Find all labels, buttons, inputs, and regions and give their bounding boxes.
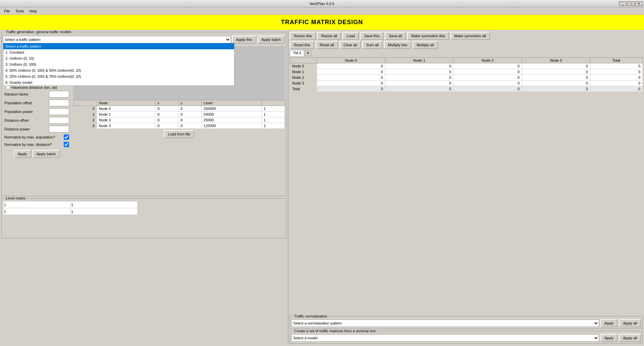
dropdown-open-list: Select a traffic pattern 1. Constant 2. … xyxy=(3,43,234,86)
tm-row-label-total: Total xyxy=(290,86,317,92)
apply-batch-top-button[interactable]: Apply batch xyxy=(258,36,285,44)
tm-matrix-area: Node 0 Node 1 Node 2 Node 3 Total Node 0… xyxy=(290,57,643,315)
row-name-1: Node 1 xyxy=(97,112,155,117)
seminal-apply-button[interactable]: Apply xyxy=(600,334,618,342)
dropdown-item-4[interactable]: 4. 50% Uniform (0, 100) & 50% Uniform(0,… xyxy=(3,67,234,73)
population-power-input[interactable]: 1 xyxy=(49,108,69,115)
app-banner: TRAFFIC MATRIX DESIGN xyxy=(0,15,644,31)
tm-cell-2-1[interactable]: 0 xyxy=(385,75,453,80)
tm-cell-3-3[interactable]: 0 xyxy=(522,80,590,86)
seminal-model-dropdown[interactable]: Select a model xyxy=(291,334,599,342)
reset-all-button[interactable]: Reset all xyxy=(316,41,338,49)
tm-cell-2-2[interactable]: 0 xyxy=(453,75,522,80)
population-offset-input[interactable]: 0 xyxy=(49,100,69,106)
distance-offset-input[interactable]: 0 xyxy=(49,117,69,124)
reset-this-button[interactable]: Reset this xyxy=(290,41,314,49)
tm-row-node3: Node 3 0 0 0 0 0 xyxy=(290,80,643,86)
tm-cell-2-3[interactable]: 0 xyxy=(522,75,590,80)
table-row: 0 Node 0 0 0 250000 1 xyxy=(74,106,285,112)
save-all-button[interactable]: Save all xyxy=(385,32,406,40)
random-factor-input[interactable]: 0 xyxy=(49,91,69,98)
normalization-apply-all-button[interactable]: Apply all xyxy=(619,319,641,327)
level-matrix-section: Level matrix 1 1 1 1 xyxy=(1,198,286,238)
load-from-file-button[interactable]: Load from file xyxy=(164,130,195,138)
table-row: 2 Node 2 0 0 25000 1 xyxy=(74,117,285,123)
row-idx-3: 3 xyxy=(74,123,97,129)
tm-col-empty xyxy=(290,58,317,63)
tm-tab-0[interactable]: TM 0 xyxy=(290,50,304,56)
load-button[interactable]: Load xyxy=(342,32,359,40)
tm-cell-0-0[interactable]: 0 xyxy=(317,63,385,69)
tm-cell-1-0[interactable]: 0 xyxy=(317,69,385,75)
dropdown-item-0[interactable]: Select a traffic pattern xyxy=(3,43,234,49)
level-cell-0-1[interactable]: 1 xyxy=(70,201,138,208)
toolbar-row-1: Resize this Resize all Load Save this Sa… xyxy=(290,32,643,40)
normalize-distance-checkbox[interactable] xyxy=(64,142,69,147)
save-this-button[interactable]: Save this xyxy=(360,32,383,40)
tm-col-node0: Node 0 xyxy=(317,58,385,63)
apply-button[interactable]: Apply xyxy=(14,150,31,158)
tm-cell-2-0[interactable]: 0 xyxy=(317,75,385,80)
traffic-pattern-dropdown[interactable]: Select a traffic pattern 1. Constant 2. … xyxy=(3,36,231,43)
tm-cell-1-3[interactable]: 0 xyxy=(522,69,590,75)
dropdown-item-5[interactable]: 5. 25% Uniform (0, 100) & 75% Uniform(0,… xyxy=(3,73,234,79)
random-factor-row: Random factor 0 xyxy=(4,91,69,98)
node-data-table: Node x y Level 0 Node 0 0 xyxy=(73,100,285,129)
tm-cell-0-2[interactable]: 0 xyxy=(453,63,522,69)
apply-batch-button[interactable]: Apply batch xyxy=(33,150,60,158)
sum-all-button[interactable]: Sum all xyxy=(362,41,383,49)
resize-all-button[interactable]: Resize all xyxy=(317,32,341,40)
maximize-button[interactable]: □ xyxy=(627,1,635,6)
normalization-title: Traffic normalization xyxy=(293,314,328,318)
make-symmetric-this-button[interactable]: Make symmetric this xyxy=(407,32,449,40)
tm-cell-1-2[interactable]: 0 xyxy=(453,69,522,75)
tm-cell-0-1[interactable]: 0 xyxy=(385,63,453,69)
clear-all-button[interactable]: Clear all xyxy=(339,41,361,49)
tm-cell-3-2[interactable]: 0 xyxy=(453,80,522,86)
dropdown-item-2[interactable]: 2. Uniform (0, 10) xyxy=(3,55,234,61)
tm-grand-total: 0 xyxy=(590,86,642,92)
menu-tools[interactable]: Tools xyxy=(13,8,27,14)
multiply-all-button[interactable]: Multiply all xyxy=(413,41,438,49)
seminal-apply-all-button[interactable]: Apply all xyxy=(619,334,641,342)
multiply-this-button[interactable]: Multiply this xyxy=(384,41,411,49)
normalize-population-checkbox[interactable] xyxy=(64,134,69,140)
menu-help[interactable]: Help xyxy=(26,8,40,14)
dropdown-item-1[interactable]: 1. Constant xyxy=(3,49,234,55)
menu-file[interactable]: File xyxy=(1,8,13,14)
tm-cell-1-1[interactable]: 0 xyxy=(385,69,453,75)
level-cell-1-1[interactable]: 1 xyxy=(70,208,138,215)
minimize-button[interactable]: _ xyxy=(619,1,627,6)
distance-power-label: Distance power xyxy=(4,127,49,131)
tm-cell-3-0[interactable]: 0 xyxy=(317,80,385,86)
make-symmetric-all-button[interactable]: Make symmetric all xyxy=(450,32,490,40)
distance-power-input[interactable]: 1 xyxy=(49,126,69,132)
tm-header-row: Node 0 Node 1 Node 2 Node 3 Total xyxy=(290,58,643,63)
menu-bar: File Tools Help xyxy=(0,7,644,15)
random-factor-label: Random factor xyxy=(4,92,49,96)
distance-power-row: Distance power 1 xyxy=(4,126,69,132)
tm-cell-0-3[interactable]: 0 xyxy=(522,63,590,69)
tm-row-label-1: Node 1 xyxy=(290,69,317,75)
table-row: 3 Node 3 0 0 125000 1 xyxy=(74,123,285,129)
normalization-pattern-dropdown[interactable]: Select a normalization pattern xyxy=(291,320,599,327)
tm-add-button[interactable]: + xyxy=(305,50,311,56)
tm-cell-3-1[interactable]: 0 xyxy=(385,80,453,86)
dropdown-item-6[interactable]: 6. Gravity model xyxy=(3,79,234,85)
dropdown-item-3[interactable]: 3. Uniform (0, 100) xyxy=(3,61,234,67)
apply-this-button[interactable]: Apply this xyxy=(232,36,256,44)
row-y-0: 0 xyxy=(178,106,202,112)
window-controls: _ □ ✕ xyxy=(619,1,643,6)
normalization-apply-button[interactable]: Apply xyxy=(600,319,618,327)
resize-this-button[interactable]: Resize this xyxy=(290,32,316,40)
tm-tabs-row: TM 0 + xyxy=(290,50,643,56)
close-button[interactable]: ✕ xyxy=(635,1,643,6)
level-cell-0-0[interactable]: 1 xyxy=(3,201,70,208)
app-title: Net2Plan 0.3.0 xyxy=(310,2,334,6)
level-cell-1-0[interactable]: 1 xyxy=(3,208,70,215)
normalize-population-row: Normalize by max. population? xyxy=(4,134,69,140)
row-name-0: Node 0 xyxy=(97,106,155,112)
row-x-0: 0 xyxy=(155,106,178,112)
right-panel: Resize this Resize all Load Save this Sa… xyxy=(288,31,644,345)
tm-col-node1: Node 1 xyxy=(385,58,453,63)
